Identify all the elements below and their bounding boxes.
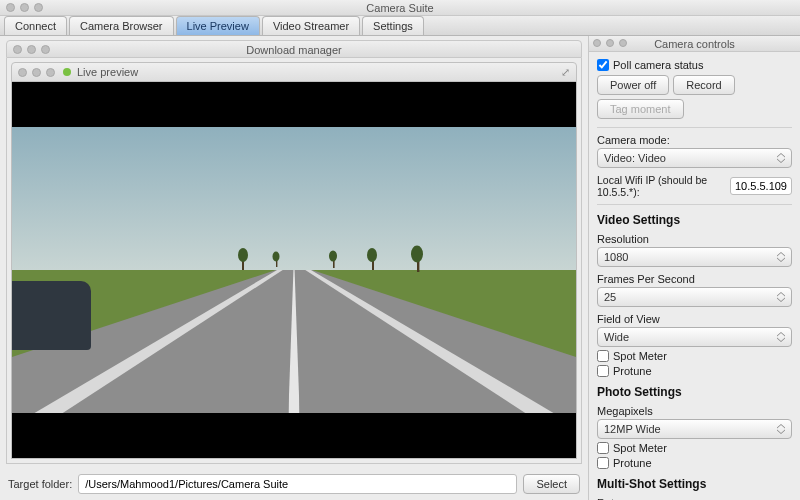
tab-connect[interactable]: Connect xyxy=(4,16,67,35)
tab-settings[interactable]: Settings xyxy=(362,16,424,35)
photo-megapixels-select[interactable]: 12MP Wide xyxy=(597,419,792,439)
photo-spot-meter-checkbox[interactable] xyxy=(597,442,609,454)
photo-megapixels-label: Megapixels xyxy=(597,405,792,417)
window-title: Camera Suite xyxy=(366,2,433,14)
live-preview-title: Live preview xyxy=(77,66,138,78)
status-dot-icon xyxy=(63,68,71,76)
tab-bar: Connect Camera Browser Live Preview Vide… xyxy=(0,16,800,36)
multishot-settings-heading: Multi-Shot Settings xyxy=(597,477,792,491)
tab-live-preview[interactable]: Live Preview xyxy=(176,16,260,35)
camera-controls-panel: Camera controls Poll camera status Power… xyxy=(588,36,800,500)
fps-label: Frames Per Second xyxy=(597,273,792,285)
expand-icon[interactable]: ⤢ xyxy=(561,66,570,79)
target-folder-input[interactable] xyxy=(78,474,517,494)
resolution-select[interactable]: 1080 xyxy=(597,247,792,267)
traffic-lights-controls[interactable] xyxy=(593,39,627,47)
download-manager-panel: Live preview ⤢ xyxy=(6,58,582,464)
live-preview-header: Live preview ⤢ xyxy=(11,62,577,82)
video-preview xyxy=(11,82,577,459)
tag-moment-button[interactable]: Tag moment xyxy=(597,99,684,119)
left-pane: Download manager Live preview ⤢ xyxy=(0,36,588,500)
video-settings-heading: Video Settings xyxy=(597,213,792,227)
camera-controls-title: Camera controls xyxy=(654,38,735,50)
camera-controls-titlebar: Camera controls xyxy=(589,36,800,52)
record-button[interactable]: Record xyxy=(673,75,734,95)
video-protune-checkbox[interactable] xyxy=(597,365,609,377)
tab-video-streamer[interactable]: Video Streamer xyxy=(262,16,360,35)
camera-mode-select[interactable]: Video: Video xyxy=(597,148,792,168)
download-manager-title: Download manager xyxy=(246,44,341,56)
traffic-lights-sub[interactable] xyxy=(13,45,50,54)
fov-select[interactable]: Wide xyxy=(597,327,792,347)
download-manager-titlebar: Download manager xyxy=(6,40,582,58)
select-folder-button[interactable]: Select xyxy=(523,474,580,494)
tab-camera-browser[interactable]: Camera Browser xyxy=(69,16,174,35)
main-titlebar: Camera Suite xyxy=(0,0,800,16)
traffic-lights[interactable] xyxy=(6,3,43,12)
wifi-ip-input[interactable] xyxy=(730,177,792,195)
power-off-button[interactable]: Power off xyxy=(597,75,669,95)
poll-status-checkbox[interactable] xyxy=(597,59,609,71)
target-folder-row: Target folder: Select xyxy=(6,474,582,494)
target-folder-label: Target folder: xyxy=(8,478,72,490)
poll-status-label: Poll camera status xyxy=(613,59,703,71)
resolution-label: Resolution xyxy=(597,233,792,245)
wifi-ip-label: Local Wifi IP (should be 10.5.5.*): xyxy=(597,174,726,198)
fov-label: Field of View xyxy=(597,313,792,325)
fps-select[interactable]: 25 xyxy=(597,287,792,307)
traffic-lights-preview[interactable] xyxy=(18,68,55,77)
video-spot-meter-checkbox[interactable] xyxy=(597,350,609,362)
camera-mode-label: Camera mode: xyxy=(597,134,792,146)
photo-protune-checkbox[interactable] xyxy=(597,457,609,469)
photo-settings-heading: Photo Settings xyxy=(597,385,792,399)
